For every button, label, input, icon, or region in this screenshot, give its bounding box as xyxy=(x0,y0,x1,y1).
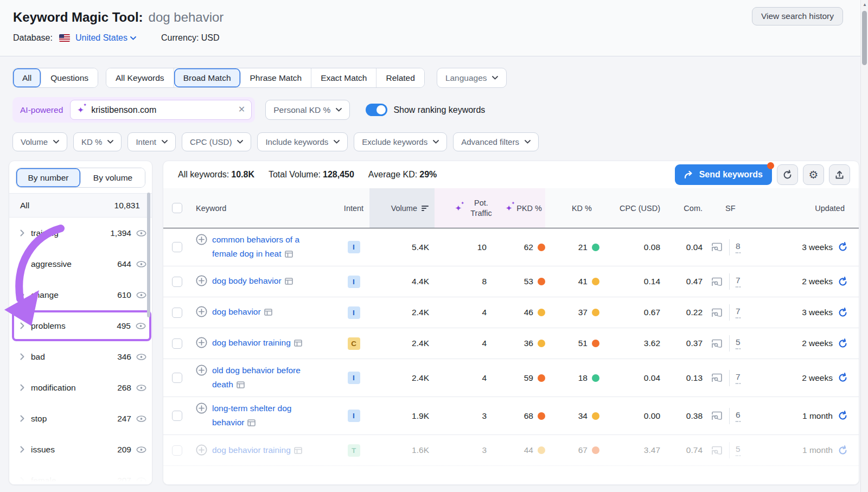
table-row[interactable]: common behaviors of a female dog in heat… xyxy=(163,228,859,266)
chevron-right-icon[interactable] xyxy=(20,322,24,329)
sf-count[interactable]: 6 xyxy=(736,410,741,422)
serp-preview-icon[interactable] xyxy=(264,306,272,320)
column-header-keyword[interactable]: Keyword xyxy=(196,188,338,228)
serp-preview-icon[interactable] xyxy=(237,379,245,393)
chevron-right-icon[interactable] xyxy=(20,415,24,422)
chevron-right-icon[interactable] xyxy=(20,477,24,484)
column-header-cpc[interactable]: CPC (USD) xyxy=(599,188,660,228)
filter-dropdown[interactable]: CPC (USD) xyxy=(182,132,252,151)
filter-dropdown[interactable]: Advanced filters xyxy=(453,132,539,151)
column-header-pot-traffic[interactable]: ✦ Pot. Traffic xyxy=(435,188,495,228)
sidebar-group-item[interactable]: modification 268 xyxy=(9,372,152,403)
row-checkbox[interactable] xyxy=(172,277,182,287)
refresh-icon[interactable] xyxy=(838,373,848,383)
serp-features-icon[interactable] xyxy=(711,411,723,420)
add-keyword-icon[interactable] xyxy=(196,275,207,286)
eye-icon[interactable] xyxy=(136,477,146,484)
keyword-link[interactable]: dog behavior training xyxy=(212,338,291,347)
add-keyword-icon[interactable] xyxy=(196,234,207,245)
eye-icon[interactable] xyxy=(136,230,146,237)
serp-preview-icon[interactable] xyxy=(294,444,302,458)
scroll-up-arrow-icon[interactable]: ▲ xyxy=(863,2,867,7)
column-header-com[interactable]: Com. xyxy=(660,188,703,228)
table-row[interactable]: dog behavior training C 2.4K 4 36 51 3.6… xyxy=(163,328,859,359)
keyword-link[interactable]: dog body behavior xyxy=(212,276,282,285)
match-tab[interactable]: All xyxy=(13,68,41,87)
domain-search-input[interactable] xyxy=(70,100,252,120)
filter-dropdown[interactable]: Exclude keywords xyxy=(354,132,447,151)
serp-features-icon[interactable] xyxy=(711,308,723,317)
column-header-sf[interactable]: SF xyxy=(703,188,756,228)
sidebar-sort-tab[interactable]: By number xyxy=(16,168,81,187)
table-row[interactable]: long-term shelter dog behavior I 1.9K 3 … xyxy=(163,397,859,435)
match-tab[interactable]: Phrase Match xyxy=(241,68,312,87)
match-tab[interactable]: Broad Match xyxy=(174,68,241,87)
add-keyword-icon[interactable] xyxy=(196,337,207,348)
scrollbar-thumb[interactable] xyxy=(862,11,867,65)
row-checkbox[interactable] xyxy=(172,411,182,421)
sidebar-scrollbar[interactable] xyxy=(147,193,150,317)
eye-icon[interactable] xyxy=(136,446,146,453)
chevron-right-icon[interactable] xyxy=(20,291,24,298)
eye-icon[interactable] xyxy=(136,261,146,267)
serp-preview-icon[interactable] xyxy=(294,337,302,351)
table-row[interactable]: dog body behavior I 4.4K 8 53 41 0.14 0.… xyxy=(163,266,859,297)
refresh-icon[interactable] xyxy=(838,308,848,318)
view-search-history-button[interactable]: View search history xyxy=(752,7,843,25)
add-keyword-icon[interactable] xyxy=(196,444,207,456)
match-tab[interactable]: Questions xyxy=(41,68,98,87)
sidebar-item-all[interactable]: All 10,831 xyxy=(9,193,152,218)
sidebar-group-item[interactable]: aggressive 644 xyxy=(9,248,152,279)
column-header-updated[interactable]: Updated xyxy=(756,188,850,228)
add-keyword-icon[interactable] xyxy=(196,365,207,376)
row-checkbox[interactable] xyxy=(172,308,182,318)
languages-dropdown[interactable]: Languages xyxy=(437,68,507,88)
eye-icon[interactable] xyxy=(136,292,146,298)
sf-count[interactable]: 5 xyxy=(736,444,741,456)
column-header-pkd[interactable]: ✦ PKD % xyxy=(495,188,545,228)
sidebar-group-item[interactable]: change 610 xyxy=(9,279,152,310)
chevron-right-icon[interactable] xyxy=(20,353,24,360)
sidebar-group-item[interactable]: stop 247 xyxy=(9,403,152,434)
serp-features-icon[interactable] xyxy=(711,373,723,382)
refresh-icon[interactable] xyxy=(838,277,848,287)
settings-button[interactable]: ⚙ xyxy=(803,164,824,185)
refresh-icon[interactable] xyxy=(838,411,848,421)
chevron-right-icon[interactable] xyxy=(20,446,24,453)
serp-preview-icon[interactable] xyxy=(285,275,293,289)
serp-preview-icon[interactable] xyxy=(247,417,256,431)
chevron-right-icon[interactable] xyxy=(20,229,24,237)
serp-features-icon[interactable] xyxy=(711,339,723,348)
match-tab[interactable]: Exact Match xyxy=(311,68,376,87)
clear-input-icon[interactable]: ✕ xyxy=(238,104,245,114)
sidebar-group-item[interactable]: problems 495 xyxy=(12,310,151,341)
select-all-checkbox[interactable] xyxy=(172,203,182,213)
filter-dropdown[interactable]: KD % xyxy=(73,132,122,151)
column-header-kd[interactable]: KD % xyxy=(545,188,599,228)
add-keyword-icon[interactable] xyxy=(196,306,207,317)
match-tab[interactable]: All Keywords xyxy=(106,68,174,87)
chevron-right-icon[interactable] xyxy=(20,260,24,267)
sidebar-group-item[interactable]: training 1,394 xyxy=(9,218,152,248)
export-button[interactable] xyxy=(829,164,850,185)
sf-count[interactable]: 8 xyxy=(736,241,741,253)
refresh-icon[interactable] xyxy=(838,338,848,349)
sf-count[interactable]: 7 xyxy=(736,276,741,287)
column-header-volume[interactable]: Volume xyxy=(369,188,435,228)
row-checkbox[interactable] xyxy=(172,242,182,252)
sidebar-group-item[interactable]: female 207 xyxy=(9,465,152,485)
eye-icon[interactable] xyxy=(136,385,146,391)
eye-icon[interactable] xyxy=(136,354,146,360)
filter-dropdown[interactable]: Volume xyxy=(12,132,67,151)
table-row[interactable]: dog behavior training T 1.6K 3 44 67 3.4… xyxy=(163,435,859,466)
show-ranking-keywords-toggle[interactable] xyxy=(366,104,387,116)
row-checkbox[interactable] xyxy=(172,338,182,349)
sf-count[interactable]: 7 xyxy=(736,306,741,318)
column-header-intent[interactable]: Intent xyxy=(338,188,369,228)
keyword-link[interactable]: dog behavior training xyxy=(212,445,291,455)
match-tab[interactable]: Related xyxy=(376,68,424,87)
refresh-table-button[interactable] xyxy=(777,164,798,185)
refresh-icon[interactable] xyxy=(838,445,848,456)
serp-features-icon[interactable] xyxy=(711,446,723,455)
chevron-right-icon[interactable] xyxy=(20,384,24,391)
